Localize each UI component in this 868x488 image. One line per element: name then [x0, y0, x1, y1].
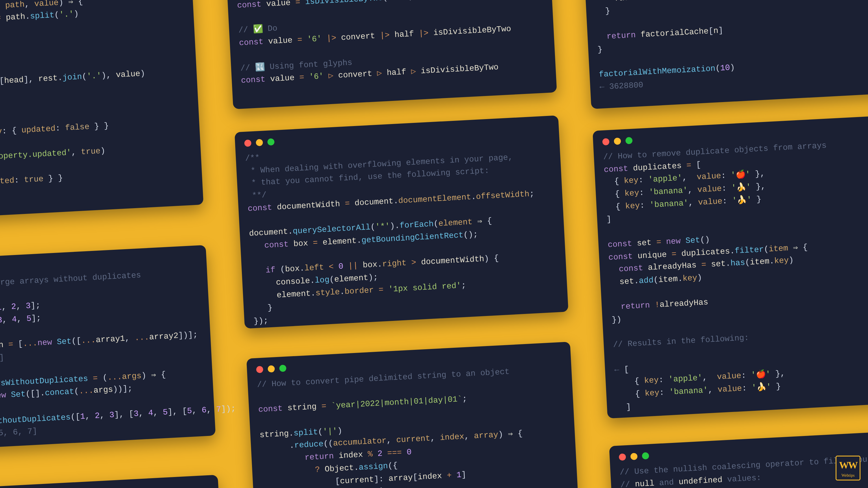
- snippet-pipe-operator: // Use the pipe operator to perform ... …: [225, 0, 557, 109]
- comment: Use a set to merge arrays without duplic…: [0, 270, 141, 291]
- snippet-overflow-finder: /** * When dealing with overflowing elem…: [235, 116, 568, 329]
- close-icon: [256, 366, 263, 373]
- maximize-icon: [279, 364, 286, 372]
- code: Use a set to merge arrays without duplic…: [0, 266, 206, 443]
- comment-block: /** * When dealing with overflowing elem…: [245, 152, 513, 201]
- code: // How to memoize factorial in JavaScrip…: [592, 0, 868, 94]
- maximize-icon: [625, 137, 632, 144]
- code: // How to convert pipe delimited string …: [257, 363, 568, 488]
- logo-small: Webtips: [841, 473, 855, 479]
- close-icon: [602, 138, 609, 145]
- minimize-icon: [614, 138, 621, 145]
- minimize-icon: [268, 365, 275, 372]
- maximize-icon: [267, 138, 275, 145]
- logo-big: WW: [839, 458, 857, 473]
- comment: // How to remove duplicate objects from …: [603, 141, 827, 162]
- minimize-icon: [256, 139, 263, 146]
- code: // Use the pipe operator to perform ... …: [235, 0, 547, 87]
- snippet-factorial-memoize: // How to memoize factorial in JavaScrip…: [582, 0, 868, 109]
- snippet-pipe-string: // How to convert pipe delimited string …: [247, 342, 579, 488]
- code: /** * When dealing with overflowing elem…: [245, 137, 559, 328]
- maximize-icon: [642, 452, 649, 459]
- close-icon: [244, 140, 251, 147]
- code: // How to remove duplicate objects from …: [603, 136, 868, 414]
- snippet-nested-property: the following function to update nested …: [0, 0, 204, 220]
- window-traffic-lights: [0, 483, 209, 488]
- snippet-error-safe: ... properties error safe from objects w…: [0, 475, 222, 488]
- snippet-set-merge: Use a set to merge arrays without duplic…: [0, 245, 216, 450]
- webtips-logo: WW Webtips: [836, 456, 861, 481]
- code: the following function to update nested …: [0, 0, 193, 192]
- close-icon: [619, 453, 626, 460]
- comment: // Results in the following:: [613, 333, 749, 350]
- snippet-dedupe-objects: // How to remove duplicate objects from …: [593, 115, 868, 418]
- snippet-nullish: // Use the nullish coalescing operator t…: [609, 430, 868, 488]
- minimize-icon: [630, 453, 638, 460]
